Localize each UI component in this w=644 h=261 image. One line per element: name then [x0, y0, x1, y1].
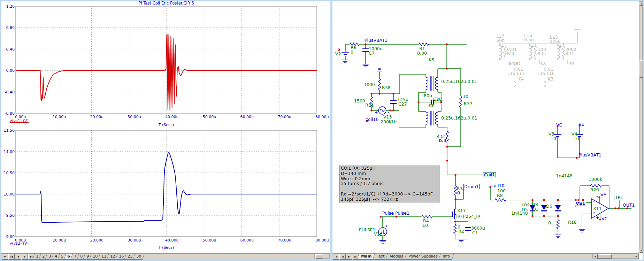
scroll-left-icon[interactable]: ◀	[593, 254, 598, 259]
schematic-label-k3[interactable]: K3	[548, 77, 553, 81]
schematic-label-d6[interactable]: D6	[546, 204, 552, 208]
schematic-label-0-00[interactable]: 0.00	[417, 51, 427, 55]
schematic-label-tx[interactable]: TX	[540, 61, 546, 66]
nav-page-icon[interactable]: |◀	[333, 254, 339, 260]
schematic-label--[interactable]: +	[501, 45, 504, 48]
schematic-label-r34[interactable]: R34	[565, 51, 574, 56]
info-box[interactable]: COIL RX: 325µH D=140 mm Wire : 0.2mm 35 …	[339, 165, 439, 203]
schematic-label-out1[interactable]: OUT1	[623, 203, 635, 207]
schematic-label-0[interactable]: 0	[351, 50, 353, 54]
plot-page-tab-30[interactable]: 30	[133, 254, 145, 260]
schematic-label-v2[interactable]: V2	[335, 52, 341, 56]
schematic-label--[interactable]: +	[531, 45, 534, 48]
schematic-label--[interactable]: +	[385, 224, 388, 228]
schematic-h-scrollbar-thumb[interactable]	[598, 254, 612, 259]
nav-dropdown-icon[interactable]: ▼	[2, 254, 8, 260]
schematic-label-c28[interactable]: C28	[433, 97, 442, 101]
nav-page-icon[interactable]: |◀	[8, 254, 15, 260]
schematic-label-10[interactable]: 10	[422, 223, 428, 228]
schematic-label-80p[interactable]: 80p	[424, 93, 432, 98]
schematic-label--[interactable]: -	[596, 195, 598, 198]
schematic-label-l15-l17[interactable]: L15 L17	[507, 71, 525, 76]
schematic-label--[interactable]: -	[593, 200, 595, 204]
schematic-label--[interactable]: +	[592, 211, 596, 215]
schematic-label-ve[interactable]: VE	[600, 192, 606, 197]
schematic-label-coil10[interactable]: coil10	[491, 183, 504, 188]
schematic-label-ve[interactable]: VE	[578, 122, 584, 126]
schematic-label-vc[interactable]: VC	[601, 216, 607, 221]
schematic-label--10[interactable]: -10	[572, 136, 579, 141]
schematic-v-scrollbar-thumb[interactable]	[639, 60, 643, 78]
schematic-label--[interactable]: +	[596, 216, 599, 220]
schematic-label-1000[interactable]: 1000	[364, 82, 375, 87]
schematic-label-1n4148[interactable]: 1n4148	[521, 202, 538, 207]
schematic-label-r38[interactable]: R38	[382, 85, 391, 90]
schematic-label-0[interactable]: 0	[548, 221, 551, 225]
schematic-label--[interactable]: +	[375, 111, 378, 114]
nav-page-icon[interactable]: ◀	[339, 254, 346, 260]
schematic-label-x17[interactable]: X17	[457, 208, 466, 213]
scroll-down-icon[interactable]: ▼	[639, 249, 643, 253]
schematic-label-k4[interactable]: K4	[518, 77, 524, 81]
schematic-label-r37[interactable]: R37	[464, 101, 473, 106]
schematic-tab-power-supplies[interactable]: Power Supplies	[404, 254, 442, 260]
schematic-canvas[interactable]	[0, 0, 644, 261]
schematic-label-c7[interactable]: C7	[369, 51, 375, 55]
schematic-label-r8[interactable]: R8	[497, 193, 503, 198]
plot-h-scrollbar-thumb[interactable]	[315, 254, 323, 259]
schematic-label-plusvbat1[interactable]: PlusVBAT1	[365, 38, 388, 43]
schematic-label-target[interactable]: Target	[507, 61, 520, 66]
schematic-label-pulse[interactable]: Pulse	[382, 211, 394, 215]
schematic-label-r2[interactable]: R2	[458, 229, 464, 233]
schematic-label-l15-l16[interactable]: L15 L16	[537, 71, 555, 76]
schematic-label-r31[interactable]: R31	[365, 103, 374, 107]
schematic-label--[interactable]: +	[559, 45, 562, 48]
schematic-label-vc[interactable]: VC	[556, 123, 562, 127]
schematic-label-10[interactable]: 10	[551, 136, 556, 141]
schematic-label-10[interactable]: 10	[463, 94, 468, 99]
schematic-label-k6[interactable]: K6	[429, 103, 435, 108]
schematic-label-0-25u-162u-0-01[interactable]: 0.25u,162u,0.01	[441, 79, 477, 84]
plot-h-scrollbar[interactable]	[314, 254, 330, 259]
schematic-label-0-5u[interactable]: 0.5u	[524, 37, 534, 42]
scroll-right-icon[interactable]: ▶	[634, 254, 639, 259]
schematic-label-pulse1[interactable]: PULSE1	[359, 228, 375, 232]
schematic-label-1500[interactable]: 1500	[354, 99, 365, 103]
schematic-label-tp1[interactable]: TP1	[614, 195, 624, 200]
schematic-label-v13[interactable]: V13	[383, 115, 392, 119]
schematic-label-rx[interactable]: RX	[568, 61, 574, 66]
schematic-label-c27[interactable]: C27	[398, 102, 407, 106]
schematic-label-vs1[interactable]: VS1	[575, 201, 586, 206]
nav-page-icon[interactable]: ▶	[346, 254, 352, 260]
schematic-label-r20[interactable]: R20	[590, 187, 599, 192]
schematic-label-0-4[interactable]: 0.4	[439, 138, 446, 143]
schematic-label-r18[interactable]: R18	[568, 220, 577, 224]
schematic-label-pulse1[interactable]: Pulse1	[395, 211, 409, 215]
schematic-label-1n4148[interactable]: 1n4148	[511, 211, 528, 215]
scroll-up-icon[interactable]: ▲	[639, 2, 643, 6]
nav-page-icon[interactable]: ▶	[22, 254, 28, 260]
schematic-label-1000k[interactable]: 1000k	[589, 177, 602, 182]
schematic-tab-models[interactable]: Models	[385, 254, 407, 260]
schematic-tab-info[interactable]: Info	[439, 254, 454, 260]
schematic-label-coil1[interactable]: Coil1	[483, 172, 496, 177]
schematic-label-1n4148[interactable]: 1n4148	[556, 174, 573, 178]
schematic-label-325u[interactable]: 325u	[550, 39, 561, 44]
schematic-label--[interactable]: -	[388, 111, 389, 114]
schematic-v-scrollbar[interactable]: ▲ ▼	[639, 1, 643, 253]
schematic-label-d3[interactable]: D3	[532, 207, 539, 212]
schematic-label-r36[interactable]: R36	[507, 51, 516, 56]
schematic-label-200khz[interactable]: 200KHz	[381, 120, 397, 124]
schematic-label-drain1[interactable]: Drain1	[463, 184, 480, 189]
schematic-label-v16[interactable]: V16	[374, 232, 382, 236]
schematic-label-0[interactable]: 0	[457, 191, 460, 195]
schematic-label-plusvbat1[interactable]: PlusVBAT1	[578, 153, 601, 157]
schematic-label-k5[interactable]: K5	[429, 57, 434, 62]
nav-page-icon[interactable]: ◀	[15, 254, 21, 260]
schematic-label-coil10[interactable]: coil10	[366, 117, 378, 122]
schematic-label-c1[interactable]: C1	[472, 230, 478, 235]
schematic-label-irfp264-ir[interactable]: IRFP264_IR	[456, 214, 481, 218]
schematic-label-r35[interactable]: R35	[537, 51, 546, 56]
schematic-label--[interactable]: -	[385, 234, 387, 238]
schematic-h-scrollbar[interactable]: ◀ ▶	[592, 254, 639, 259]
